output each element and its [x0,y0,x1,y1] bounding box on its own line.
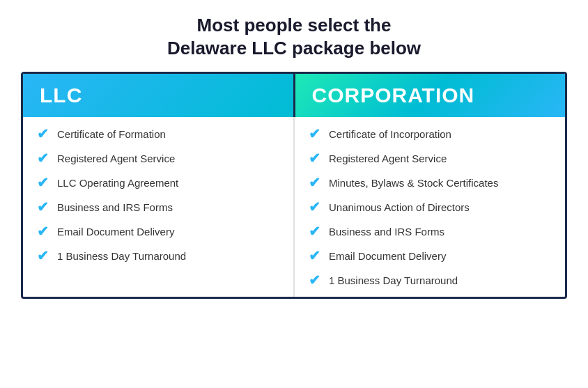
list-item: ✔ Unanimous Action of Directors [309,199,551,215]
feature-label: 1 Business Day Turnaround [57,250,186,262]
checkmark-icon: ✔ [309,150,320,166]
list-item: ✔ Minutes, Bylaws & Stock Certificates [309,174,551,191]
feature-label: Registered Agent Service [57,153,175,164]
page-wrapper: Most people select the Delaware LLC pack… [0,0,588,388]
corporation-header: CORPORATION [293,74,566,117]
checkmark-icon: ✔ [309,125,320,142]
checkmark-icon: ✔ [37,125,49,142]
feature-label: Business and IRS Forms [329,226,444,238]
checkmark-icon: ✔ [37,223,49,240]
list-item: ✔ Registered Agent Service [37,150,279,166]
comparison-table: LLC CORPORATION ✔ Certificate of Formati… [21,72,567,299]
header-row: LLC CORPORATION [23,74,565,117]
list-item: ✔ Registered Agent Service [309,150,551,166]
list-item: ✔ Business and IRS Forms [37,199,279,215]
checkmark-icon: ✔ [37,174,49,191]
headline-line2: Delaware LLC package below [167,38,421,59]
list-item: ✔ 1 Business Day Turnaround [37,247,279,264]
checkmark-icon: ✔ [37,247,49,264]
checkmark-icon: ✔ [309,247,320,264]
checkmark-icon: ✔ [309,174,320,191]
feature-label: Certificate of Incorporation [329,128,451,140]
checkmark-icon: ✔ [309,223,320,240]
list-item: ✔ Certificate of Incorporation [309,125,551,142]
list-item: ✔ LLC Operating Agreement [37,174,279,191]
feature-label: LLC Operating Agreement [57,177,178,189]
checkmark-icon: ✔ [309,272,320,288]
feature-label: Email Document Delivery [329,250,446,262]
llc-header: LLC [23,74,293,117]
checkmark-icon: ✔ [309,199,320,215]
headline-line1: Most people select the [197,15,392,36]
feature-label: Unanimous Action of Directors [329,201,470,213]
list-item: ✔ Certificate of Formation [37,125,279,142]
feature-label: Email Document Delivery [57,226,174,238]
feature-label: Certificate of Formation [57,128,166,140]
checkmark-icon: ✔ [37,150,49,166]
feature-label: 1 Business Day Turnaround [329,274,458,286]
list-item: ✔ 1 Business Day Turnaround [309,272,551,288]
corporation-column: ✔ Certificate of Incorporation ✔ Registe… [293,117,565,297]
content-row: ✔ Certificate of Formation ✔ Registered … [23,117,565,297]
checkmark-icon: ✔ [37,199,49,215]
feature-label: Business and IRS Forms [57,201,173,213]
headline: Most people select the Delaware LLC pack… [167,14,421,59]
list-item: ✔ Email Document Delivery [37,223,279,240]
feature-label: Minutes, Bylaws & Stock Certificates [329,177,498,189]
feature-label: Registered Agent Service [329,153,447,164]
list-item: ✔ Email Document Delivery [309,247,551,264]
list-item: ✔ Business and IRS Forms [309,223,551,240]
llc-column: ✔ Certificate of Formation ✔ Registered … [23,117,293,297]
